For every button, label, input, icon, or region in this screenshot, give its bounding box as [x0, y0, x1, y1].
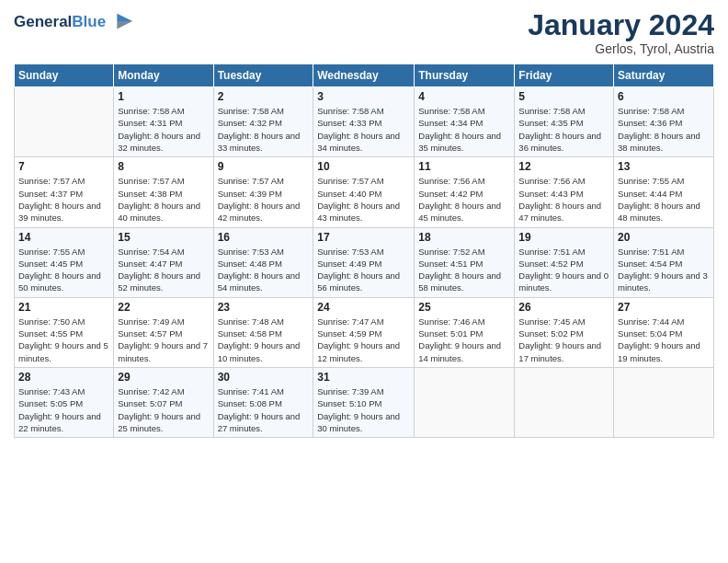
calendar-cell: 27Sunrise: 7:44 AMSunset: 5:04 PMDayligh… [614, 297, 714, 367]
calendar-cell: 28Sunrise: 7:43 AMSunset: 5:05 PMDayligh… [15, 367, 114, 437]
day-header-saturday: Saturday [614, 64, 714, 87]
calendar-cell: 23Sunrise: 7:48 AMSunset: 4:58 PMDayligh… [213, 297, 313, 367]
day-info: Sunrise: 7:39 AMSunset: 5:10 PMDaylight:… [317, 385, 410, 434]
logo-icon [108, 9, 134, 35]
day-header-friday: Friday [515, 64, 614, 87]
calendar-cell: 26Sunrise: 7:45 AMSunset: 5:02 PMDayligh… [515, 297, 614, 367]
calendar-cell: 10Sunrise: 7:57 AMSunset: 4:40 PMDayligh… [313, 157, 415, 227]
day-number: 8 [118, 160, 209, 173]
header: GeneralBlue January 2024 Gerlos, Tyrol, … [14, 9, 714, 56]
day-info: Sunrise: 7:58 AMSunset: 4:33 PMDaylight:… [317, 105, 410, 154]
day-number: 28 [18, 371, 109, 384]
day-info: Sunrise: 7:50 AMSunset: 4:55 PMDaylight:… [18, 316, 109, 364]
calendar-cell: 9Sunrise: 7:57 AMSunset: 4:39 PMDaylight… [213, 157, 313, 227]
day-number: 22 [118, 301, 209, 314]
calendar-cell: 8Sunrise: 7:57 AMSunset: 4:38 PMDaylight… [114, 157, 213, 227]
day-number: 3 [317, 90, 410, 103]
calendar-cell: 19Sunrise: 7:51 AMSunset: 4:52 PMDayligh… [515, 227, 614, 297]
calendar-table: SundayMondayTuesdayWednesdayThursdayFrid… [14, 63, 714, 438]
calendar-cell: 5Sunrise: 7:58 AMSunset: 4:35 PMDaylight… [515, 87, 614, 157]
calendar-week-row: 21Sunrise: 7:50 AMSunset: 4:55 PMDayligh… [15, 297, 714, 367]
calendar-cell: 13Sunrise: 7:55 AMSunset: 4:44 PMDayligh… [614, 157, 714, 227]
day-info: Sunrise: 7:58 AMSunset: 4:31 PMDaylight:… [118, 105, 209, 154]
day-number: 31 [317, 371, 410, 384]
day-number: 27 [618, 301, 710, 314]
calendar-cell: 17Sunrise: 7:53 AMSunset: 4:49 PMDayligh… [313, 227, 415, 297]
day-header-sunday: Sunday [15, 64, 114, 87]
day-info: Sunrise: 7:55 AMSunset: 4:45 PMDaylight:… [18, 246, 109, 294]
calendar-cell: 15Sunrise: 7:54 AMSunset: 4:47 PMDayligh… [114, 227, 213, 297]
day-info: Sunrise: 7:44 AMSunset: 5:04 PMDaylight:… [618, 316, 710, 364]
day-info: Sunrise: 7:42 AMSunset: 5:07 PMDaylight:… [118, 385, 209, 434]
day-number: 6 [618, 90, 710, 103]
day-info: Sunrise: 7:43 AMSunset: 5:05 PMDaylight:… [18, 385, 109, 434]
day-info: Sunrise: 7:55 AMSunset: 4:44 PMDaylight:… [618, 175, 710, 224]
calendar-cell: 14Sunrise: 7:55 AMSunset: 4:45 PMDayligh… [15, 227, 114, 297]
calendar-cell: 22Sunrise: 7:49 AMSunset: 4:57 PMDayligh… [114, 297, 213, 367]
day-info: Sunrise: 7:46 AMSunset: 5:01 PMDaylight:… [418, 316, 510, 364]
calendar-cell: 1Sunrise: 7:58 AMSunset: 4:31 PMDaylight… [114, 87, 213, 157]
day-info: Sunrise: 7:48 AMSunset: 4:58 PMDaylight:… [218, 316, 310, 364]
calendar-cell: 6Sunrise: 7:58 AMSunset: 4:36 PMDaylight… [614, 87, 714, 157]
day-info: Sunrise: 7:57 AMSunset: 4:37 PMDaylight:… [18, 175, 109, 224]
day-number: 13 [618, 160, 710, 173]
calendar-cell: 2Sunrise: 7:58 AMSunset: 4:32 PMDaylight… [213, 87, 313, 157]
day-number: 14 [18, 231, 109, 244]
logo-text: GeneralBlue [14, 13, 106, 31]
calendar-cell: 30Sunrise: 7:41 AMSunset: 5:08 PMDayligh… [213, 367, 313, 437]
day-number: 17 [317, 231, 410, 244]
day-info: Sunrise: 7:53 AMSunset: 4:49 PMDaylight:… [317, 246, 410, 294]
calendar-header-row: SundayMondayTuesdayWednesdayThursdayFrid… [15, 64, 714, 87]
day-info: Sunrise: 7:56 AMSunset: 4:42 PMDaylight:… [418, 175, 510, 224]
day-info: Sunrise: 7:52 AMSunset: 4:51 PMDaylight:… [418, 246, 510, 294]
calendar-cell: 20Sunrise: 7:51 AMSunset: 4:54 PMDayligh… [614, 227, 714, 297]
day-number: 24 [317, 301, 410, 314]
calendar-cell [614, 367, 714, 437]
calendar-cell: 21Sunrise: 7:50 AMSunset: 4:55 PMDayligh… [15, 297, 114, 367]
day-info: Sunrise: 7:57 AMSunset: 4:39 PMDaylight:… [218, 175, 310, 224]
calendar-week-row: 28Sunrise: 7:43 AMSunset: 5:05 PMDayligh… [15, 367, 714, 437]
calendar-cell: 16Sunrise: 7:53 AMSunset: 4:48 PMDayligh… [213, 227, 313, 297]
day-info: Sunrise: 7:49 AMSunset: 4:57 PMDaylight:… [118, 316, 209, 364]
calendar-cell: 11Sunrise: 7:56 AMSunset: 4:42 PMDayligh… [415, 157, 515, 227]
day-info: Sunrise: 7:53 AMSunset: 4:48 PMDaylight:… [218, 246, 310, 294]
day-info: Sunrise: 7:57 AMSunset: 4:38 PMDaylight:… [118, 175, 209, 224]
day-number: 16 [218, 231, 310, 244]
svg-marker-0 [117, 14, 132, 21]
day-number: 12 [518, 160, 609, 173]
day-number: 21 [18, 301, 109, 314]
day-info: Sunrise: 7:58 AMSunset: 4:35 PMDaylight:… [518, 105, 609, 154]
day-info: Sunrise: 7:58 AMSunset: 4:34 PMDaylight:… [418, 105, 510, 154]
day-info: Sunrise: 7:51 AMSunset: 4:54 PMDaylight:… [618, 246, 710, 294]
calendar-cell: 3Sunrise: 7:58 AMSunset: 4:33 PMDaylight… [313, 87, 415, 157]
day-info: Sunrise: 7:58 AMSunset: 4:32 PMDaylight:… [218, 105, 310, 154]
month-title: January 2024 [528, 9, 714, 41]
day-number: 26 [518, 301, 609, 314]
day-header-wednesday: Wednesday [313, 64, 415, 87]
calendar-cell: 24Sunrise: 7:47 AMSunset: 4:59 PMDayligh… [313, 297, 415, 367]
day-info: Sunrise: 7:45 AMSunset: 5:02 PMDaylight:… [518, 316, 609, 364]
calendar-cell [415, 367, 515, 437]
day-info: Sunrise: 7:54 AMSunset: 4:47 PMDaylight:… [118, 246, 209, 294]
day-info: Sunrise: 7:41 AMSunset: 5:08 PMDaylight:… [218, 385, 310, 434]
logo: GeneralBlue [14, 9, 134, 35]
calendar-cell [15, 87, 114, 157]
day-header-thursday: Thursday [415, 64, 515, 87]
calendar-cell: 7Sunrise: 7:57 AMSunset: 4:37 PMDaylight… [15, 157, 114, 227]
day-info: Sunrise: 7:51 AMSunset: 4:52 PMDaylight:… [518, 246, 609, 294]
calendar-cell: 29Sunrise: 7:42 AMSunset: 5:07 PMDayligh… [114, 367, 213, 437]
day-info: Sunrise: 7:57 AMSunset: 4:40 PMDaylight:… [317, 175, 410, 224]
location: Gerlos, Tyrol, Austria [528, 41, 714, 56]
calendar-cell: 25Sunrise: 7:46 AMSunset: 5:01 PMDayligh… [415, 297, 515, 367]
day-number: 1 [118, 90, 209, 103]
day-number: 29 [118, 371, 209, 384]
day-number: 10 [317, 160, 410, 173]
day-number: 30 [218, 371, 310, 384]
day-header-monday: Monday [114, 64, 213, 87]
day-number: 20 [618, 231, 710, 244]
day-number: 23 [218, 301, 310, 314]
page-container: GeneralBlue January 2024 Gerlos, Tyrol, … [0, 0, 728, 447]
day-number: 11 [418, 160, 510, 173]
calendar-cell: 4Sunrise: 7:58 AMSunset: 4:34 PMDaylight… [415, 87, 515, 157]
svg-marker-1 [117, 21, 132, 29]
